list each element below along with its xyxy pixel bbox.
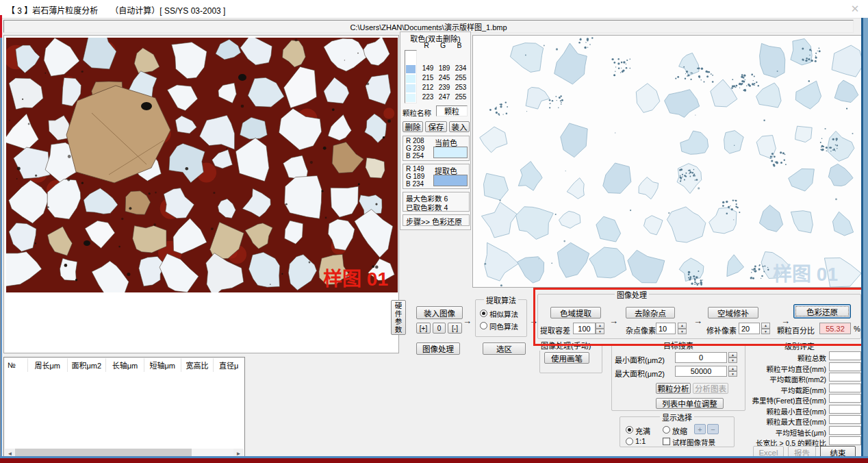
save-color-button[interactable]: 保存 xyxy=(425,121,447,132)
grade-total-input[interactable] xyxy=(829,351,861,360)
tolerance-input[interactable]: 100 xyxy=(573,323,596,334)
display-select-title: 显示选择 xyxy=(660,412,694,423)
color-row: 215245255 xyxy=(420,74,469,82)
grade-avg-section-input[interactable] xyxy=(829,373,861,381)
manual-process-groupbox: 图像处理(手动) 使用画笔 xyxy=(539,345,602,373)
grade-aspect-ratio-input[interactable] xyxy=(829,436,861,445)
minus-button[interactable]: [-] xyxy=(448,323,462,334)
delete-color-button[interactable]: 删除 xyxy=(403,121,423,132)
patch-pixel-stepper[interactable]: ▲▼ xyxy=(761,323,770,334)
spin-down-icon: ▼ xyxy=(596,329,604,335)
scrollbar-thumb[interactable] xyxy=(15,449,192,459)
use-brush-button[interactable]: 使用画笔 xyxy=(544,352,589,364)
spin-up-icon: ▲ xyxy=(761,323,770,329)
table-header[interactable]: № xyxy=(5,358,28,372)
grade-row-label: 颗粒最小直径(mm) xyxy=(698,406,826,416)
source-image-canvas[interactable]: 样图 01 xyxy=(6,38,398,292)
noise-pixel-label: 杂点像素 xyxy=(626,325,656,336)
color-swatch[interactable] xyxy=(406,75,416,83)
color-swatch[interactable] xyxy=(406,84,416,92)
scale-radio[interactable] xyxy=(663,426,670,434)
grade-avg-intercept-input[interactable] xyxy=(829,384,861,392)
same-color-algo-radio[interactable] xyxy=(480,322,487,329)
target-search-title: 目标搜素 xyxy=(661,340,695,351)
excel-button: Excel xyxy=(753,446,784,459)
plus-button[interactable]: [+] xyxy=(416,323,431,334)
spin-down-icon: ▼ xyxy=(761,329,770,335)
color-swatch[interactable] xyxy=(406,94,416,102)
one-to-one-label[interactable]: 1:1 xyxy=(635,437,646,445)
one-to-one-radio[interactable] xyxy=(626,438,633,445)
color-count-box: 最大色彩数 6 已取色彩数 4 xyxy=(403,192,470,212)
finish-button[interactable]: 结束 xyxy=(820,446,856,459)
table-header[interactable]: 长轴μm xyxy=(106,358,144,372)
source-image-panel: 样图 01 xyxy=(3,35,399,353)
select-region-button[interactable]: 选区 xyxy=(483,342,526,355)
counter-value: 0 xyxy=(433,323,446,334)
max-area-label: 最大面积(μm2) xyxy=(615,368,665,379)
remove-noise-button[interactable]: 去除杂点 xyxy=(626,307,675,318)
load-color-button[interactable]: 装入 xyxy=(449,121,470,132)
grain-name-label: 颗粒名称 xyxy=(403,108,431,118)
algorithm-group-title: 提取算法 xyxy=(484,295,518,305)
table-header[interactable]: 面积μm2 xyxy=(68,358,107,372)
color-pick-panel: 取色(双击删除) R G B 149189234 215245255 21223… xyxy=(400,32,471,230)
grade-row-label: 平均短轴长(μm) xyxy=(698,427,826,438)
image-process-button[interactable]: 图像处理 xyxy=(416,342,460,355)
flow-arrow-icon: → xyxy=(463,316,472,326)
rgb-header: R G B xyxy=(418,41,469,49)
current-color-swatch xyxy=(433,147,468,158)
min-area-label: 最小面积(μm2) xyxy=(615,354,665,365)
hardware-params-button[interactable]: 硬件参数 xyxy=(391,300,406,335)
similar-algo-label[interactable]: 相似算法 xyxy=(489,309,518,319)
step-hint-box: 步骤>> 色彩还原 xyxy=(403,214,470,226)
noise-pixel-stepper[interactable]: ▲▼ xyxy=(678,323,687,334)
tolerance-stepper[interactable]: ▲▼ xyxy=(596,323,604,334)
current-color-box: R 208 G 239 B 254 当前色 xyxy=(403,136,470,161)
table-header[interactable]: 周长μm xyxy=(28,358,68,372)
color-extract-button[interactable]: 色域提取 xyxy=(550,307,601,318)
algorithm-groupbox: 提取算法 相似算法 同色算法 xyxy=(475,299,527,337)
spin-down-icon: ▼ xyxy=(678,329,687,335)
scroll-left-icon[interactable]: ◄ xyxy=(5,449,15,459)
same-color-algo-label[interactable]: 同色算法 xyxy=(489,321,518,331)
similar-algo-radio[interactable] xyxy=(480,310,487,317)
flow-arrow-icon: → xyxy=(693,316,702,326)
table-header[interactable]: 直径μ xyxy=(214,358,244,372)
close-icon[interactable]: ✕ xyxy=(847,2,863,16)
grade-min-diameter-input[interactable] xyxy=(829,405,861,414)
processed-image-canvas[interactable]: 样图 01 xyxy=(474,37,864,287)
color-row: 212239253 xyxy=(420,84,469,91)
sample-bg-checkbox[interactable] xyxy=(663,438,670,445)
tolerance-label: 提取容差 xyxy=(540,325,570,336)
extract-color-swatch xyxy=(433,175,468,186)
grade-short-axis-input[interactable] xyxy=(829,426,861,435)
color-swatch[interactable] xyxy=(406,65,416,73)
table-header[interactable]: 短轴μm xyxy=(144,358,181,372)
fill-radio[interactable] xyxy=(626,426,633,434)
grade-row-label: 弗里特(Feret)直径(mm) xyxy=(698,395,826,405)
grain-analyze-button[interactable]: 颗粒分析 xyxy=(656,383,691,394)
table-header[interactable]: 宽高比 xyxy=(181,358,214,372)
color-restore-button[interactable]: 色彩还原 xyxy=(793,304,851,318)
scale-label[interactable]: 放缩 xyxy=(672,425,687,436)
grain-percent-label: 颗粒百分比 xyxy=(777,325,815,336)
grade-max-diameter-input[interactable] xyxy=(829,415,861,424)
fill-label[interactable]: 充满 xyxy=(635,425,650,436)
grade-row-label: 平均截距(mm) xyxy=(698,385,826,395)
picked-colors-label: 已取色彩数 4 xyxy=(406,202,448,212)
noise-pixel-input[interactable]: 10 xyxy=(656,323,676,334)
flow-arrow-icon: → xyxy=(609,316,618,326)
percent-unit: % xyxy=(854,325,860,333)
grade-row-label: 颗粒平均直径(mm) xyxy=(698,364,826,374)
color-row: 149189234 xyxy=(420,64,469,72)
grade-avg-diameter-input[interactable] xyxy=(829,362,861,371)
grain-name-input[interactable]: 颗粒 xyxy=(436,105,468,116)
patch-pixel-input[interactable]: 20 xyxy=(739,323,760,334)
patch-area-button[interactable]: 空域修补 xyxy=(708,307,758,318)
horizontal-scrollbar[interactable]: ◄ ► xyxy=(5,449,244,459)
manual-process-title: 图像处理(手动) xyxy=(539,340,593,351)
scroll-right-icon[interactable]: ► xyxy=(233,449,244,459)
grade-feret-input[interactable] xyxy=(829,394,861,403)
load-image-button[interactable]: 装入图像 xyxy=(416,306,463,319)
